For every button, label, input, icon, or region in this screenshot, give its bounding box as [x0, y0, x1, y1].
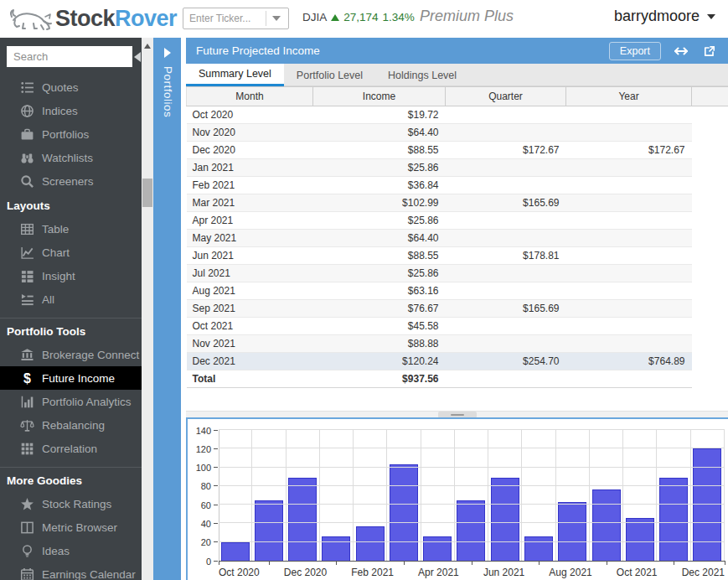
resize-horizontal-icon[interactable] [673, 44, 689, 58]
bar-oct-2021[interactable] [626, 518, 654, 561]
filler-cell [692, 159, 728, 177]
x-label-cell [524, 567, 549, 578]
sidebar-item-label: Table [42, 223, 69, 236]
income-cell: $45.58 [313, 318, 446, 335]
year-cell [566, 265, 692, 282]
table-row[interactable]: Jul 2021$25.86 [187, 265, 728, 282]
column-header-year[interactable]: Year [566, 87, 692, 106]
sidebar-item-ideas[interactable]: Ideas [0, 539, 142, 562]
sidebar-item-quotes[interactable]: Quotes [0, 75, 142, 99]
table-row[interactable]: Oct 2021$45.58 [187, 318, 728, 335]
table-row[interactable]: Dec 2021$120.24$254.70$764.89 [187, 353, 728, 370]
table-total-row[interactable]: Total$937.56 [187, 370, 728, 388]
sidebar-item-future-income[interactable]: $Future Income [0, 366, 142, 390]
table-row[interactable]: Apr 2021$25.86 [187, 212, 728, 230]
sidebar-item-stock-ratings[interactable]: Stock Ratings [0, 492, 142, 515]
sidebar-item-table[interactable]: Table [0, 217, 142, 241]
bar-nov-2020[interactable] [255, 500, 283, 561]
sidebar-item-chart[interactable]: Chart [0, 241, 142, 264]
grid-icon [20, 442, 34, 456]
sidebar-item-label: Ideas [42, 545, 70, 557]
scrollbar-thumb[interactable] [142, 179, 152, 207]
pane-splitter[interactable] [186, 411, 728, 417]
bar-may-2021[interactable] [457, 500, 485, 561]
filler-cell [692, 370, 728, 388]
table-row[interactable]: Nov 2020$64.40 [187, 124, 728, 142]
sidebar-search-input[interactable] [7, 46, 132, 67]
index-quote[interactable]: DJIA 27,174 1.34% [302, 11, 415, 23]
sidebar-item-portfolios[interactable]: Portfolios [0, 122, 142, 146]
bar-oct-2020[interactable] [221, 542, 250, 561]
income-table: MonthIncomeQuarterYear Oct 2020$19.72Nov… [186, 86, 728, 388]
x-axis-label: Apr 2021 [418, 567, 459, 578]
table-row[interactable]: Mar 2021$102.99$165.69 [187, 194, 728, 212]
sidebar-item-label: Portfolios [42, 128, 89, 141]
export-button[interactable]: Export [609, 42, 661, 60]
table-icon [20, 222, 34, 236]
table-row[interactable]: Jan 2021$25.86 [187, 159, 728, 177]
filler-cell [692, 335, 728, 353]
table-row[interactable]: Sep 2021$76.67$165.69 [187, 300, 728, 318]
sidebar-item-metric-browser[interactable]: Metric Browser [0, 515, 142, 539]
column-header-quarter[interactable]: Quarter [446, 87, 566, 106]
sidebar-item-insight[interactable]: Insight [0, 264, 142, 287]
sidebar-item-all[interactable]: All [0, 287, 142, 311]
month-cell: Dec 2021 [187, 353, 313, 370]
ticker-input[interactable] [183, 13, 264, 24]
bar-aug-2021[interactable] [558, 502, 586, 561]
column-header-filler [692, 87, 728, 106]
sidebar-item-portfolio-analytics[interactable]: Portfolio Analytics [0, 390, 142, 413]
filler-cell [692, 265, 728, 282]
year-cell [566, 282, 692, 300]
x-label-cell [260, 567, 284, 578]
sidebar-item-earnings-calendar[interactable]: Earnings Calendar [0, 562, 142, 580]
bar-mar-2021[interactable] [390, 464, 418, 561]
filler-cell [692, 230, 728, 247]
bar-jun-2021[interactable] [491, 478, 519, 561]
table-row[interactable]: Aug 2021$63.16 [187, 282, 728, 300]
x-axis-label: Jun 2021 [483, 567, 524, 578]
x-label-cell [327, 567, 351, 578]
sidebar-item-brokerage-connect[interactable]: Brokerage Connect [0, 343, 142, 366]
tab-portfolio-level[interactable]: Portfolio Level [284, 64, 375, 86]
tab-summary-level[interactable]: Summary Level [186, 64, 284, 86]
bar-jul-2021[interactable] [524, 536, 553, 561]
table-row[interactable]: Nov 2021$88.88 [187, 335, 728, 353]
sidebar-item-rebalancing[interactable]: Rebalancing [0, 413, 142, 437]
sidebar-scrollbar[interactable] [142, 38, 153, 580]
bar-sep-2021[interactable] [592, 489, 621, 561]
column-header-income[interactable]: Income [313, 87, 446, 106]
x-axis-label: Dec 2021 [682, 567, 725, 578]
bar-nov-2021[interactable] [659, 478, 688, 561]
table-row[interactable]: Oct 2020$19.72 [187, 106, 728, 124]
bar-feb-2021[interactable] [356, 526, 385, 561]
tab-bar: Summary LevelPortfolio LevelHoldings Lev… [186, 64, 728, 86]
bar-jan-2021[interactable] [322, 536, 350, 561]
popout-icon[interactable] [701, 44, 718, 58]
scrollbar-up-button[interactable] [142, 40, 153, 52]
sidebar-item-correlation[interactable]: Correlation [0, 437, 142, 460]
app-logo[interactable]: StockRover [7, 3, 177, 34]
tab-holdings-level[interactable]: Holdings Level [375, 64, 469, 86]
bar-apr-2021[interactable] [423, 536, 452, 561]
sidebar-collapse-button[interactable] [132, 46, 142, 67]
filler-cell [692, 282, 728, 300]
ticker-dropdown-caret-icon[interactable] [272, 16, 281, 21]
table-row[interactable]: Feb 2021$36.84 [187, 177, 728, 194]
portfolios-collapsed-panel[interactable]: Portfolios [153, 38, 181, 580]
user-menu[interactable]: barrydmoore [614, 8, 715, 25]
table-row[interactable]: Dec 2020$88.55$172.67$172.67 [187, 142, 728, 159]
stockrover-app: StockRover DJIA 27,174 1.34% Premium Plu… [0, 0, 728, 580]
sidebar-item-screeners[interactable]: Screeners [0, 169, 142, 193]
star-icon [20, 497, 34, 511]
sidebar-item-watchlists[interactable]: Watchlists [0, 146, 142, 169]
quarter-cell [446, 370, 566, 388]
index-value: 27,174 [343, 11, 378, 23]
column-header-month[interactable]: Month [187, 87, 313, 106]
sidebar-item-indices[interactable]: Indices [0, 99, 142, 122]
table-row[interactable]: May 2021$64.40 [187, 230, 728, 247]
table-row[interactable]: Jun 2021$88.55$178.81 [187, 247, 728, 265]
expand-right-icon[interactable] [164, 48, 171, 58]
bar-dec-2020[interactable] [288, 478, 317, 561]
income-cell: $88.55 [313, 142, 446, 159]
